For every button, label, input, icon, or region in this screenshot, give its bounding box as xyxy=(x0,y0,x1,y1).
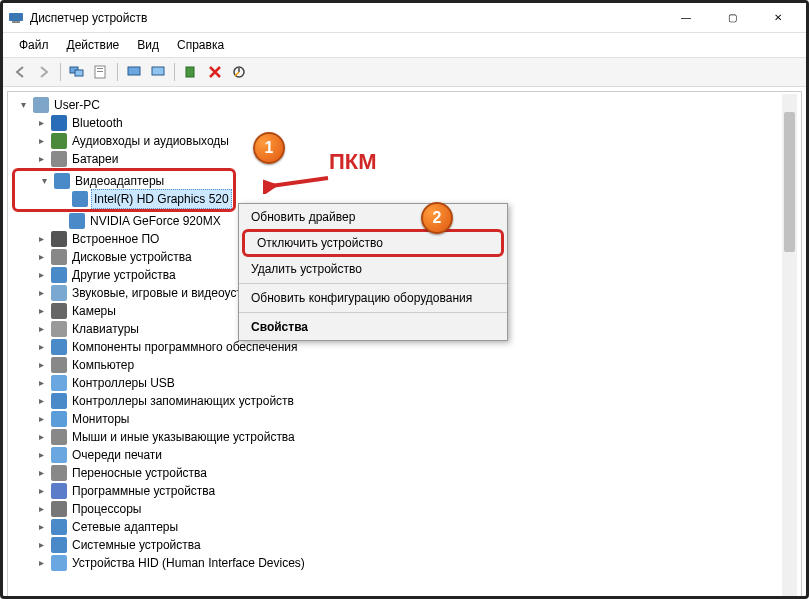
tree-item[interactable]: Аудиовходы и аудиовыходы xyxy=(12,132,797,150)
tree-item[interactable]: Мыши и иные указывающие устройства xyxy=(12,428,797,446)
tree-item[interactable]: Сетевые адаптеры xyxy=(12,518,797,536)
device-icon xyxy=(51,285,67,301)
tree-item[interactable]: Bluetooth xyxy=(12,114,797,132)
tree-item[interactable]: Устройства HID (Human Interface Devices) xyxy=(12,554,797,572)
tree-item-label: Контроллеры запоминающих устройств xyxy=(70,392,296,410)
expand-arrow-icon[interactable] xyxy=(34,428,48,446)
expand-arrow-icon[interactable] xyxy=(34,518,48,536)
tree-item-label: Аудиовходы и аудиовыходы xyxy=(70,132,231,150)
tree-item[interactable]: Intel(R) HD Graphics 520 xyxy=(15,190,232,208)
tree-item-label: Bluetooth xyxy=(70,114,125,132)
svg-line-11 xyxy=(271,178,328,186)
expand-arrow-icon[interactable] xyxy=(34,230,48,248)
tree-item[interactable]: Процессоры xyxy=(12,500,797,518)
tool-update[interactable] xyxy=(180,61,202,83)
menu-view[interactable]: Вид xyxy=(129,35,167,55)
menu-file[interactable]: Файл xyxy=(11,35,57,55)
tree-item[interactable]: Системные устройства xyxy=(12,536,797,554)
expand-arrow-icon[interactable] xyxy=(34,320,48,338)
tool-forward[interactable] xyxy=(33,61,55,83)
annotation-badge-1: 1 xyxy=(253,132,285,164)
expand-arrow-icon[interactable] xyxy=(34,248,48,266)
tree-item-label: Видеоадаптеры xyxy=(73,172,166,190)
ctx-update-driver[interactable]: Обновить драйвер xyxy=(239,206,507,228)
tree-item[interactable]: Контроллеры USB xyxy=(12,374,797,392)
expand-arrow-icon[interactable] xyxy=(34,410,48,428)
tree-item[interactable]: Компьютер xyxy=(12,356,797,374)
device-icon xyxy=(51,375,67,391)
device-icon xyxy=(51,267,67,283)
annotation-badge-2: 2 xyxy=(421,202,453,234)
tool-disable[interactable] xyxy=(228,61,250,83)
device-icon xyxy=(51,429,67,445)
expand-arrow-icon[interactable] xyxy=(34,356,48,374)
device-icon xyxy=(51,231,67,247)
expand-arrow-icon[interactable] xyxy=(34,338,48,356)
menu-action[interactable]: Действие xyxy=(59,35,128,55)
svg-rect-7 xyxy=(128,67,140,75)
expand-arrow-icon[interactable] xyxy=(34,536,48,554)
expand-arrow-icon[interactable] xyxy=(34,284,48,302)
tree-item[interactable]: Видеоадаптеры xyxy=(15,172,232,190)
expand-arrow-icon[interactable] xyxy=(34,446,48,464)
tree-item[interactable]: Переносные устройства xyxy=(12,464,797,482)
tool-back[interactable] xyxy=(9,61,31,83)
svg-rect-8 xyxy=(152,67,164,75)
svg-rect-1 xyxy=(12,21,20,23)
expand-arrow-icon[interactable] xyxy=(34,500,48,518)
device-icon xyxy=(51,465,67,481)
minimize-button[interactable]: ― xyxy=(663,3,709,33)
expand-arrow-icon[interactable] xyxy=(34,482,48,500)
ctx-disable-device[interactable]: Отключить устройство xyxy=(242,229,504,257)
tree-root[interactable]: User-PC xyxy=(12,96,797,114)
expand-arrow-icon[interactable] xyxy=(34,132,48,150)
expand-arrow-icon[interactable] xyxy=(34,266,48,284)
device-icon xyxy=(51,303,67,319)
expand-arrow-icon[interactable] xyxy=(34,392,48,410)
tree-item-label: Программные устройства xyxy=(70,482,217,500)
window-title: Диспетчер устройств xyxy=(30,11,663,25)
expand-arrow-icon[interactable] xyxy=(34,554,48,572)
tool-properties-icon[interactable] xyxy=(90,61,112,83)
tree-item[interactable]: Мониторы xyxy=(12,410,797,428)
device-icon xyxy=(51,115,67,131)
tree-item-label: Другие устройства xyxy=(70,266,178,284)
tree-item-label: Дисковые устройства xyxy=(70,248,194,266)
expand-arrow-icon[interactable] xyxy=(37,172,51,190)
ctx-refresh-config[interactable]: Обновить конфигурацию оборудования xyxy=(239,287,507,309)
tree-item[interactable]: Очереди печати xyxy=(12,446,797,464)
tree-item-label: Мониторы xyxy=(70,410,131,428)
expand-arrow-icon[interactable] xyxy=(34,464,48,482)
maximize-button[interactable]: ▢ xyxy=(709,3,755,33)
tree-item[interactable]: Батареи xyxy=(12,150,797,168)
scrollbar-vertical[interactable] xyxy=(782,94,797,597)
device-icon xyxy=(51,537,67,553)
ctx-properties[interactable]: Свойства xyxy=(239,316,507,338)
context-menu: Обновить драйвер Отключить устройство Уд… xyxy=(238,203,508,341)
tree-item-label: Процессоры xyxy=(70,500,144,518)
ctx-remove-device[interactable]: Удалить устройство xyxy=(239,258,507,280)
tree-item-label: Intel(R) HD Graphics 520 xyxy=(91,189,232,209)
expand-arrow-icon[interactable] xyxy=(34,150,48,168)
tool-monitors[interactable] xyxy=(66,61,88,83)
expand-arrow-icon[interactable] xyxy=(34,302,48,320)
tool-view1[interactable] xyxy=(123,61,145,83)
tree-item[interactable]: Контроллеры запоминающих устройств xyxy=(12,392,797,410)
expand-arrow-icon[interactable] xyxy=(16,96,30,114)
annotation-pkm-label: ПКМ xyxy=(329,149,377,175)
expand-arrow-icon[interactable] xyxy=(34,114,48,132)
device-icon xyxy=(51,555,67,571)
close-button[interactable]: ✕ xyxy=(755,3,801,33)
tree-item-label: NVIDIA GeForce 920MX xyxy=(88,212,223,230)
display-adapter-icon xyxy=(69,213,85,229)
scrollbar-thumb[interactable] xyxy=(784,112,795,252)
menu-help[interactable]: Справка xyxy=(169,35,232,55)
annotation-arrow xyxy=(263,168,333,194)
tree-item-label: Контроллеры USB xyxy=(70,374,177,392)
tree-item-label: Встроенное ПО xyxy=(70,230,161,248)
tool-remove[interactable] xyxy=(204,61,226,83)
tree-item[interactable]: Программные устройства xyxy=(12,482,797,500)
expand-arrow-icon[interactable] xyxy=(34,374,48,392)
tool-view2[interactable] xyxy=(147,61,169,83)
tree-item-label: Сетевые адаптеры xyxy=(70,518,180,536)
